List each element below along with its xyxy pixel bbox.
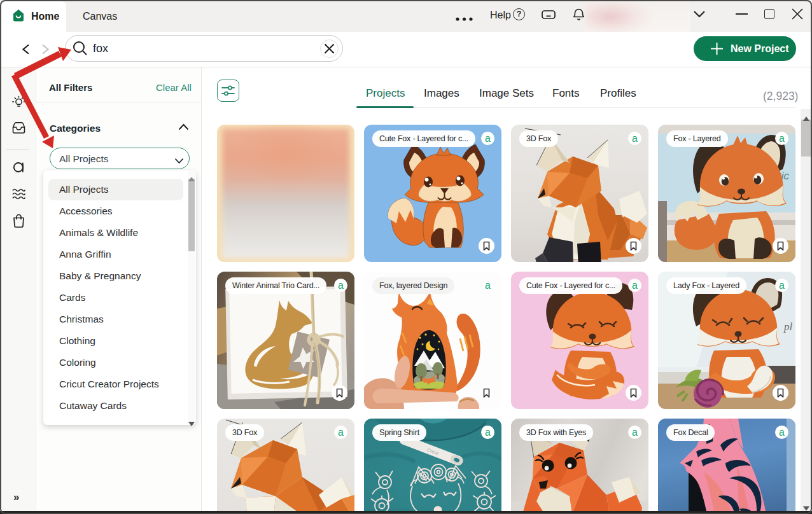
svg-text:a: a: [485, 133, 491, 144]
svg-text:a: a: [779, 427, 785, 438]
svg-text:a: a: [632, 427, 638, 438]
svg-text:a: a: [632, 133, 638, 144]
svg-text:a: a: [632, 280, 638, 291]
svg-text:a: a: [338, 280, 344, 291]
svg-text:pl: pl: [783, 321, 793, 333]
svg-text:a: a: [338, 427, 344, 438]
svg-text:a: a: [779, 280, 785, 291]
svg-text:a: a: [779, 133, 785, 144]
svg-text:a: a: [485, 427, 491, 438]
svg-text:a: a: [485, 280, 491, 291]
